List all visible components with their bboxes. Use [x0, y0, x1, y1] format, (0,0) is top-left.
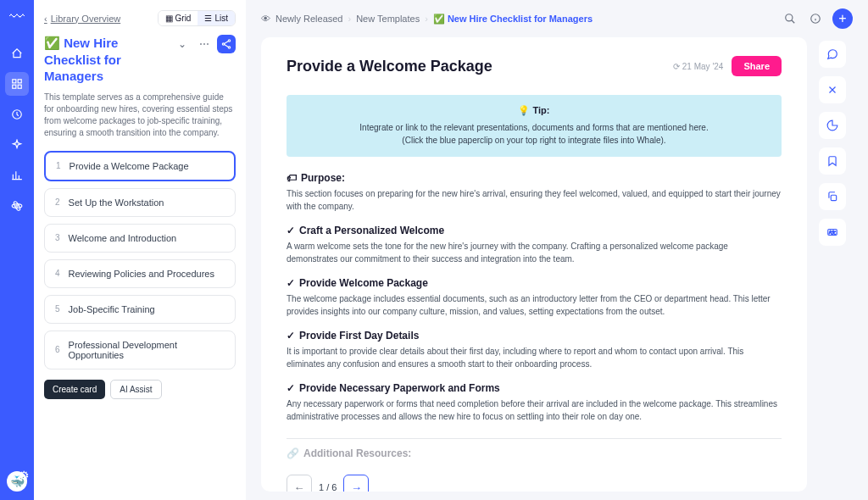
section-paperwork: ✓Provide Necessary Paperwork and Forms A…: [287, 382, 782, 423]
add-button[interactable]: +: [832, 8, 853, 29]
share-button[interactable]: Share: [732, 56, 782, 76]
rail-apps[interactable]: [5, 72, 29, 96]
grid-icon: ▦: [165, 14, 173, 23]
tip-title: 💡 Tip:: [303, 105, 765, 116]
svg-rect-2: [13, 85, 16, 88]
rail-chart[interactable]: [5, 164, 29, 187]
rail-avatar-wrap[interactable]: 🐳⚙: [7, 471, 27, 492]
svg-rect-0: [13, 80, 16, 83]
next-page-btn[interactable]: →: [343, 475, 369, 492]
library-link[interactable]: ‹Library Overview: [44, 14, 120, 24]
svg-rect-1: [18, 80, 21, 83]
translate-icon[interactable]: A文: [819, 219, 846, 246]
card-list: 1Provide a Welcome Package 2Set Up the W…: [44, 151, 236, 376]
check-icon: ✓: [287, 382, 295, 394]
rail-home[interactable]: [5, 42, 29, 65]
sidebar: ‹Library Overview ▦Grid ☰List ✅ New Hire…: [34, 0, 246, 500]
timestamp: ⟳21 May '24: [673, 62, 724, 71]
more-icon[interactable]: ⋯: [195, 35, 214, 53]
doc-title: ✅ New Hire Checklist for Managers: [44, 35, 173, 85]
tag-icon: 🏷: [287, 172, 297, 184]
svg-rect-13: [831, 195, 836, 200]
right-rail: A文: [819, 37, 853, 492]
page-indicator: 1 / 6: [319, 482, 337, 492]
section-craft: ✓Craft a Personalized Welcome A warm wel…: [287, 225, 782, 265]
link-icon: 🔗: [287, 447, 299, 459]
clock-icon: ⟳: [673, 62, 680, 71]
svg-point-8: [228, 40, 230, 42]
breadcrumb: 👁 Newly Released › New Templates › ✅ New…: [261, 14, 593, 25]
card-item-2[interactable]: 2Set Up the Workstation: [44, 188, 236, 217]
section-provide-package: ✓Provide Welcome Package The welcome pac…: [287, 277, 782, 318]
create-card-btn[interactable]: Create card: [44, 380, 105, 399]
view-toggle: ▦Grid ☰List: [158, 10, 236, 26]
rail-clock[interactable]: [5, 103, 29, 126]
check-icon: ✓: [287, 277, 295, 289]
card-item-3[interactable]: 3Welcome and Introduction: [44, 224, 236, 253]
svg-point-9: [222, 43, 224, 45]
bc-current: ✅ New Hire Checklist for Managers: [433, 14, 593, 25]
list-view-btn[interactable]: ☰List: [198, 11, 235, 25]
close-icon[interactable]: [819, 76, 846, 103]
card-item-1[interactable]: 1Provide a Welcome Package: [44, 151, 236, 181]
info-icon[interactable]: [807, 10, 824, 27]
check-icon: ✓: [287, 330, 295, 342]
svg-point-5: [16, 205, 18, 207]
content-title: Provide a Welcome Package: [287, 58, 492, 75]
pagination: ← 1 / 6 →: [287, 475, 782, 492]
main: 👁 Newly Released › New Templates › ✅ New…: [246, 0, 868, 500]
section-additional: 🔗Additional Resources:: [287, 447, 782, 459]
doc-description: This template serves as a comprehensive …: [44, 92, 236, 139]
eye-icon: 👁: [261, 14, 270, 24]
bookmark-icon[interactable]: [819, 147, 846, 175]
app-logo: 〰: [9, 8, 25, 26]
tip-box: 💡 Tip: Integrate or link to the relevant…: [287, 95, 782, 157]
section-purpose: 🏷Purpose: This section focuses on prepar…: [287, 172, 782, 213]
grid-view-btn[interactable]: ▦Grid: [159, 11, 198, 25]
prev-page-btn[interactable]: ←: [287, 475, 312, 492]
card-item-4[interactable]: 4Reviewing Policies and Procedures: [44, 259, 236, 288]
check-icon: ✓: [287, 225, 295, 236]
rail-sparkle[interactable]: [5, 133, 29, 157]
list-icon: ☰: [204, 14, 212, 23]
bc-item-1[interactable]: Newly Released: [275, 14, 342, 24]
bc-item-2[interactable]: New Templates: [356, 14, 420, 24]
pie-icon[interactable]: [819, 112, 846, 139]
svg-point-11: [786, 14, 793, 21]
card-item-5[interactable]: 5Job-Specific Training: [44, 295, 236, 324]
svg-text:A文: A文: [829, 230, 836, 235]
ai-assist-btn[interactable]: AI Assist: [110, 380, 161, 399]
share-icon-btn[interactable]: [217, 35, 236, 53]
copy-icon[interactable]: [819, 183, 846, 210]
svg-rect-3: [18, 85, 21, 88]
svg-point-10: [228, 47, 230, 48]
chevron-down-icon[interactable]: ⌄: [173, 35, 192, 53]
chevron-left-icon: ‹: [44, 14, 47, 24]
card-item-6[interactable]: 6Professional Development Opportunities: [44, 331, 236, 369]
nav-rail: 〰 🐳⚙: [0, 0, 34, 500]
svg-point-7: [13, 201, 21, 211]
section-first-day: ✓Provide First Day Details It is importa…: [287, 330, 782, 370]
content-card: Provide a Welcome Package ⟳21 May '24 Sh…: [261, 37, 807, 492]
search-icon[interactable]: [782, 10, 798, 27]
comments-icon[interactable]: [819, 41, 846, 68]
rail-atom[interactable]: [5, 194, 29, 218]
